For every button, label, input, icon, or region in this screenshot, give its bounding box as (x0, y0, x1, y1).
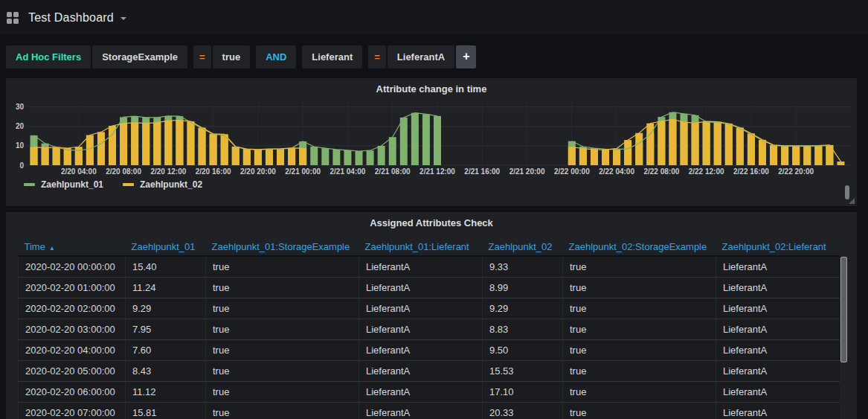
filter-chip-value[interactable]: LieferantA (388, 45, 454, 68)
table-row: 2020-02-20 03:00:007.95trueLieferantA8.8… (19, 319, 840, 340)
legend-dash-icon (123, 183, 134, 186)
filter-chip-op[interactable]: = (368, 45, 386, 68)
bar-Zaehlpunkt_02 (759, 140, 766, 165)
table-panel-title[interactable]: Assigned Attributes Check (6, 212, 857, 232)
table-cell: 9.29 (126, 298, 206, 319)
bar-Zaehlpunkt_02 (164, 121, 172, 165)
column-header-time[interactable]: Time▲ (19, 237, 126, 256)
table-cell: LieferantA (716, 361, 840, 382)
column-header-zaehlpunkt-01-lieferant[interactable]: Zaehlpunkt_01:Lieferant (359, 237, 483, 256)
table-row: 2020-02-20 05:00:008.43trueLieferantA15.… (19, 361, 840, 382)
column-header-zaehlpunkt-01[interactable]: Zaehlpunkt_01 (126, 237, 206, 256)
bar-Zaehlpunkt_02 (75, 147, 83, 165)
table-cell: 20.33 (483, 403, 563, 419)
line-Zaehlpunkt_01 (572, 112, 830, 150)
legend-label: Zaehlpunkt_01 (41, 179, 103, 190)
table-cell: 2020-02-20 03:00:00 (19, 319, 126, 340)
table-cell: 2020-02-20 07:00:00 (19, 403, 126, 419)
table-cell: 2020-02-20 05:00:00 (19, 361, 126, 382)
table-cell: LieferantA (359, 382, 483, 403)
table-cell: LieferantA (716, 340, 840, 361)
bar-Zaehlpunkt_02 (42, 148, 49, 165)
table-cell: 9.50 (483, 340, 563, 361)
table-cell: true (206, 319, 359, 340)
x-tick-label: 2/20 20:00 (240, 167, 276, 176)
column-header-zaehlpunkt-02[interactable]: Zaehlpunkt_02 (483, 237, 563, 256)
table-cell: 8.83 (483, 319, 563, 340)
table-row: 2020-02-20 01:00:0011.24trueLieferantA8.… (19, 278, 840, 298)
bar-Zaehlpunkt_02 (803, 146, 811, 165)
table-cell: 15.53 (483, 361, 563, 382)
bar-Zaehlpunkt_02 (602, 150, 609, 165)
add-filter-button[interactable]: + (456, 45, 476, 68)
bar-Zaehlpunkt_02 (669, 119, 676, 165)
line-Zaehlpunkt_01 (34, 113, 437, 151)
bar-Zaehlpunkt_01 (411, 113, 419, 165)
filter-chip-key[interactable]: Lieferant (302, 45, 362, 68)
bar-Zaehlpunkt_02 (232, 147, 239, 165)
bar-Zaehlpunkt_02 (30, 147, 38, 165)
table-cell: LieferantA (359, 278, 483, 298)
bar-Zaehlpunkt_02 (153, 123, 161, 165)
table-cell: true (563, 382, 716, 403)
x-tick-label: 2/22 04:00 (599, 167, 634, 176)
bar-Zaehlpunkt_02 (210, 134, 217, 165)
table-scrollbar-thumb[interactable] (840, 257, 847, 362)
bar-Zaehlpunkt_02 (277, 149, 284, 165)
bar-Zaehlpunkt_02 (635, 133, 643, 165)
bar-Zaehlpunkt_02 (53, 147, 60, 165)
column-header-zaehlpunkt-02-lieferant[interactable]: Zaehlpunkt_02:Lieferant (716, 237, 840, 256)
y-tick-label: 10 (16, 141, 25, 150)
column-header-zaehlpunkt-02-storageexample[interactable]: Zaehlpunkt_02:StorageExample (563, 237, 716, 256)
filter-row: Ad Hoc FiltersStorageExample=trueANDLief… (0, 35, 868, 71)
panel-resize-handle[interactable] (849, 198, 855, 204)
x-tick-label: 2/21 20:00 (509, 167, 545, 176)
table-cell: LieferantA (359, 319, 483, 340)
table-cell: true (206, 340, 359, 361)
x-tick-label: 2/22 08:00 (643, 167, 679, 176)
table-cell: true (563, 319, 716, 340)
legend-dash-icon (24, 183, 35, 186)
bar-Zaehlpunkt_02 (86, 135, 94, 165)
bar-Zaehlpunkt_02 (613, 149, 620, 165)
dashboard-title-dropdown[interactable]: Test Dashboard (28, 11, 126, 25)
bar-Zaehlpunkt_01 (321, 148, 329, 165)
legend-item-Zaehlpunkt_01[interactable]: Zaehlpunkt_01 (24, 179, 103, 190)
filter-chip-key[interactable]: StorageExample (92, 45, 187, 68)
table-wrap: Time▲Zaehlpunkt_01Zaehlpunkt_01:StorageE… (18, 237, 857, 419)
table-cell: LieferantA (716, 256, 840, 278)
bar-Zaehlpunkt_02 (187, 121, 194, 165)
table-cell: LieferantA (359, 256, 483, 278)
bar-Zaehlpunkt_02 (781, 146, 788, 165)
table-row: 2020-02-20 02:00:009.29trueLieferantA9.2… (19, 298, 840, 319)
column-header-zaehlpunkt-01-storageexample[interactable]: Zaehlpunkt_01:StorageExample (206, 237, 359, 256)
bar-Zaehlpunkt_02 (837, 161, 844, 165)
bar-Zaehlpunkt_01 (344, 150, 351, 165)
table-cell: true (206, 403, 359, 419)
legend-item-Zaehlpunkt_02[interactable]: Zaehlpunkt_02 (123, 179, 202, 190)
adhoc-filters-label[interactable]: Ad Hoc Filters (6, 45, 91, 68)
table-cell: true (563, 361, 716, 382)
table-cell: true (563, 256, 716, 278)
table-cell: 7.95 (126, 319, 206, 340)
filter-chip-op[interactable]: = (193, 45, 211, 68)
x-tick-label: 2/21 00:00 (285, 167, 321, 176)
bar-Zaehlpunkt_01 (434, 116, 441, 165)
table-cell: 7.60 (126, 340, 206, 361)
bar-Zaehlpunkt_02 (176, 121, 183, 165)
table-row: 2020-02-20 04:00:007.60trueLieferantA9.5… (19, 340, 840, 361)
grid-square (7, 19, 12, 24)
chart-panel-title[interactable]: Attribute change in time (6, 78, 857, 98)
table-cell: true (206, 278, 359, 298)
table-cell: 2020-02-20 04:00:00 (19, 340, 126, 361)
bar-Zaehlpunkt_01 (332, 150, 340, 165)
timeseries-chart: 01020302/20 04:002/20 08:002/20 12:002/2… (10, 98, 855, 177)
table-cell: 9.33 (483, 256, 563, 278)
filter-chip-value[interactable]: true (213, 45, 251, 68)
bar-Zaehlpunkt_02 (64, 148, 71, 165)
apps-grid-icon[interactable] (7, 12, 19, 24)
table-row: 2020-02-20 00:00:0015.40trueLieferantA9.… (19, 256, 840, 278)
filter-chip-and[interactable]: AND (256, 45, 296, 68)
legend-label: Zaehlpunkt_02 (140, 179, 202, 190)
bar-Zaehlpunkt_02 (736, 127, 744, 165)
